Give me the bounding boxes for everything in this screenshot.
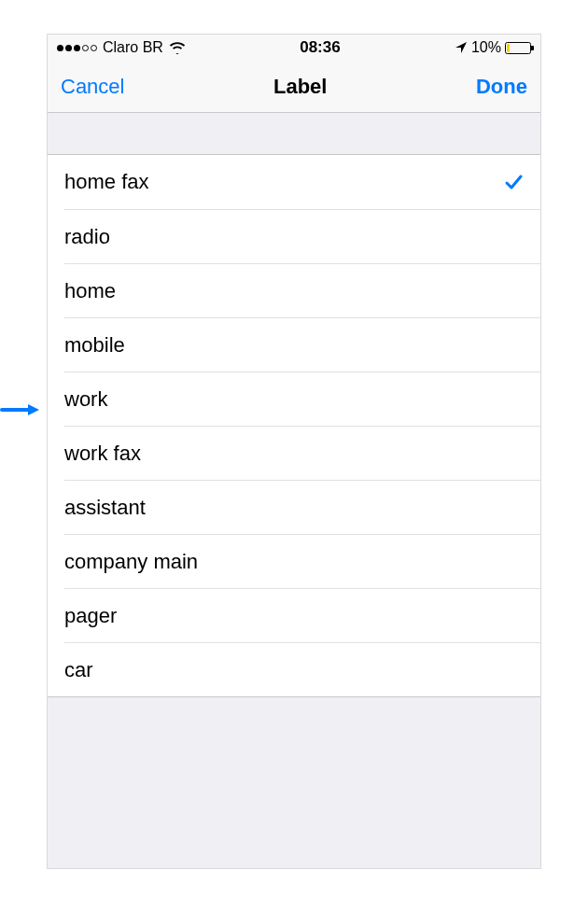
label-row[interactable]: assistant [64,480,540,534]
label-row[interactable]: company main [64,534,540,588]
label-text: mobile [64,333,125,358]
phone-screen: Claro BR 08:36 10% Cancel Label Done [47,34,541,869]
label-text: pager [64,604,117,628]
label-text: work fax [64,442,141,466]
label-row[interactable]: home fax [48,155,540,209]
done-button[interactable]: Done [476,75,527,99]
status-left: Claro BR [57,39,186,56]
label-row[interactable]: car [64,642,540,696]
navigation-bar: Cancel Label Done [48,61,540,113]
label-text: work [64,387,107,412]
label-row[interactable]: pager [64,588,540,642]
status-time: 08:36 [300,38,340,57]
location-icon [455,41,468,54]
annotation-arrow-icon [0,398,39,424]
status-bar: Claro BR 08:36 10% [48,35,540,61]
label-text: home fax [64,170,149,194]
label-text: car [64,658,93,682]
label-text: company main [64,550,198,574]
signal-strength-icon [57,45,97,51]
label-text: home [64,279,116,303]
carrier-label: Claro BR [103,39,163,56]
page-title: Label [273,75,327,99]
cancel-button[interactable]: Cancel [61,75,124,99]
checkmark-icon [503,172,524,192]
label-row[interactable]: work fax [64,426,540,480]
label-row[interactable]: home [64,263,540,317]
battery-percent: 10% [471,39,501,56]
content-scroll[interactable]: home faxradiohomemobileworkwork faxassis… [48,113,540,868]
label-row[interactable]: radio [64,209,540,263]
label-text: radio [64,225,110,249]
label-row[interactable]: mobile [64,317,540,372]
svg-marker-1 [28,404,39,415]
label-row[interactable]: work [64,372,540,426]
label-list: home faxradiohomemobileworkwork faxassis… [48,154,540,697]
label-text: assistant [64,496,146,520]
wifi-icon [169,41,186,54]
status-right: 10% [455,39,531,56]
section-spacer [48,113,540,154]
battery-icon [505,42,531,54]
